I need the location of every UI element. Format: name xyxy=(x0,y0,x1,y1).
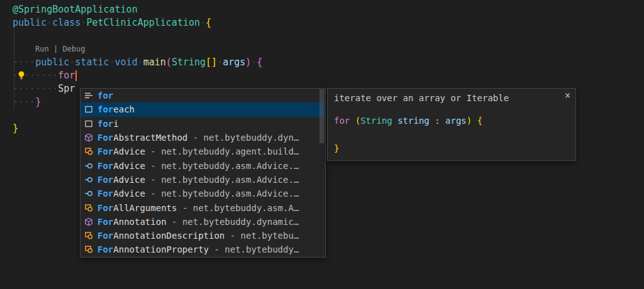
code-line[interactable]: ····public·static·void·main(String[]·arg… xyxy=(0,56,644,69)
code-token: · xyxy=(69,57,75,68)
code-token: [] xyxy=(206,57,217,68)
suggest-item[interactable]: ForAdvice - net.bytebuddy.asm.Advice.… xyxy=(80,173,325,187)
interface-icon xyxy=(84,161,94,171)
suggest-item-label: ForAnnotation xyxy=(97,217,167,227)
suggest-item[interactable]: ForAdvice - net.bytebuddy.asm.Advice.… xyxy=(80,158,325,172)
suggest-match-text: For xyxy=(97,188,113,199)
code-token: { xyxy=(257,57,262,68)
suggest-match-text: for xyxy=(97,119,113,129)
suggest-rest-text: Advice xyxy=(113,175,145,185)
close-icon[interactable]: × xyxy=(565,90,570,101)
code-token: { xyxy=(206,17,211,28)
code-editor: @SpringBootApplicationpublic·class·PetCl… xyxy=(0,0,644,289)
suggest-item-label: ForAdvice xyxy=(97,188,145,199)
suggest-item[interactable]: ForAdvice - net.bytebuddy.asm.Advice.… xyxy=(80,187,325,200)
doc-code-line: } xyxy=(334,141,482,155)
code-token: } xyxy=(35,96,41,107)
suggest-match-text: For xyxy=(97,146,113,156)
code-token: } xyxy=(334,143,339,153)
code-line[interactable] xyxy=(0,30,644,43)
code-token: ········ xyxy=(13,83,58,94)
suggest-match-text: For xyxy=(97,203,113,213)
code-token xyxy=(472,116,477,126)
suggest-rest-text: Advice xyxy=(113,188,145,199)
doc-summary-text: iterate over an array or Iterable xyxy=(334,93,509,103)
suggest-scrollbar[interactable] xyxy=(319,89,325,256)
code-token xyxy=(430,116,435,126)
class-icon xyxy=(84,146,94,156)
code-token: · xyxy=(109,57,115,68)
code-token: for xyxy=(58,70,75,81)
interface-icon xyxy=(84,188,94,199)
suggest-item[interactable]: foreach xyxy=(80,102,325,116)
suggest-match-text: for xyxy=(97,90,113,101)
code-token: ) xyxy=(245,57,251,68)
suggest-match-text: For xyxy=(97,133,113,143)
code-token: ( xyxy=(355,116,360,126)
suggest-item-detail: - net.bytebuddy… xyxy=(209,244,299,254)
lightbulb-icon[interactable] xyxy=(16,70,26,80)
doc-code-line xyxy=(334,128,482,141)
suggest-item-detail: - net.bytebuddy.asm.A… xyxy=(177,203,299,213)
suggest-item-label: foreach xyxy=(97,104,135,114)
code-token: { xyxy=(477,116,482,126)
suggest-match-text: For xyxy=(97,217,113,227)
code-token: for xyxy=(334,116,350,126)
suggest-match-text: For xyxy=(97,231,113,241)
suggest-item[interactable]: fori xyxy=(80,117,325,131)
suggest-item-label: ForAnnotationDescription xyxy=(97,231,225,241)
code-token: args xyxy=(223,57,245,68)
code-line[interactable]: public·class·PetClinicApplication·{ xyxy=(0,16,644,30)
codelens-separator: | xyxy=(49,45,63,53)
suggest-item[interactable]: ForAnnotationDescription - net.bytebu… xyxy=(80,229,325,243)
code-token: main xyxy=(143,57,166,68)
suggest-match-text: For xyxy=(97,175,113,185)
code-token: ) xyxy=(467,116,472,126)
suggest-item-label: ForAdvice xyxy=(97,161,145,171)
suggest-item-detail: - net.bytebuddy.asm.Advice.… xyxy=(145,175,299,185)
code-token: @SpringBootApplication xyxy=(13,4,138,15)
suggest-item[interactable]: ForAnnotation - net.bytebuddy.dynamic… xyxy=(80,215,325,229)
code-token: · xyxy=(217,57,223,68)
scrollbar-thumb[interactable] xyxy=(319,89,325,143)
suggest-item[interactable]: ForAdvice - net.bytebuddy.agent.build… xyxy=(80,144,325,158)
code-token: · xyxy=(138,57,143,68)
class-icon xyxy=(84,244,94,254)
suggest-item-label: ForAllArguments xyxy=(97,203,177,213)
code-token: ···· xyxy=(13,96,35,107)
codelens-run[interactable]: Run xyxy=(35,45,49,53)
code-token: · xyxy=(200,17,206,28)
code-line[interactable]: @SpringBootApplication xyxy=(0,3,644,16)
suggest-item[interactable]: ForAbstractMethod - net.bytebuddy.dyn… xyxy=(80,131,325,144)
text-cursor xyxy=(75,70,77,81)
code-token: static xyxy=(75,57,109,68)
suggest-item[interactable]: ForAllArguments - net.bytebuddy.asm.A… xyxy=(80,200,325,214)
snippet-icon xyxy=(84,119,94,129)
suggest-match-text: For xyxy=(97,244,113,254)
suggest-item-label: ForAbstractMethod xyxy=(97,133,187,143)
code-token: String xyxy=(172,57,206,68)
suggest-list: forforeachforiForAbstractMethod - net.by… xyxy=(80,89,325,257)
suggest-rest-text: AnnotationDescription xyxy=(113,231,225,241)
code-token: ( xyxy=(166,57,172,68)
snippet-icon xyxy=(84,104,94,114)
code-token: } xyxy=(13,123,18,134)
suggest-item[interactable]: ForAnnotationProperty - net.bytebuddy… xyxy=(80,243,325,256)
suggest-match-text: for xyxy=(97,104,113,114)
code-token xyxy=(440,116,445,126)
suggest-item-label: ForAdvice xyxy=(97,146,145,156)
suggest-item[interactable]: for xyxy=(80,89,325,102)
code-token: · xyxy=(251,57,257,68)
suggest-item-label: fori xyxy=(97,119,119,129)
code-token: public xyxy=(13,17,47,28)
suggest-item-detail: - net.bytebuddy.dynamic… xyxy=(167,217,299,227)
codelens-debug[interactable]: Debug xyxy=(62,45,85,53)
code-token xyxy=(392,116,397,126)
code-line[interactable]: ········for xyxy=(0,69,644,82)
code-token: : xyxy=(435,116,440,126)
class-icon xyxy=(84,231,94,241)
code-token: Spr xyxy=(58,83,75,94)
code-token: void xyxy=(115,57,138,68)
suggest-item-label: ForAdvice xyxy=(97,175,145,185)
class-icon xyxy=(84,203,94,213)
